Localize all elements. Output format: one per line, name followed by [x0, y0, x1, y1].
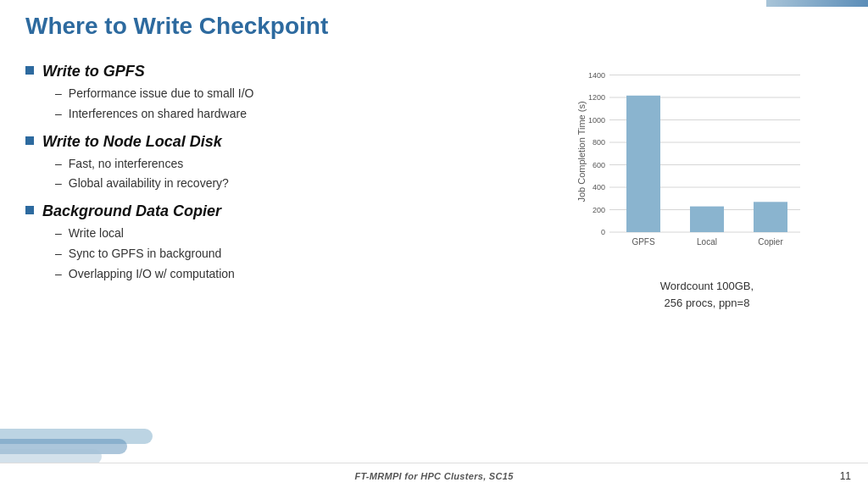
footer-text: FT-MRMPI for HPC Clusters, SC15 — [354, 471, 513, 481]
bullet-heading-text-gpfs: Write to GPFS — [42, 63, 145, 80]
bullet-square-icon-copier — [25, 206, 34, 214]
bullet-square-icon-local — [25, 136, 34, 145]
content-area: Write to GPFS Performance issue due to s… — [25, 58, 851, 311]
bullet-section-local: Write to Node Local Disk Fast, no interf… — [25, 133, 546, 195]
sub-bullets-gpfs: Performance issue due to small I/O Inter… — [55, 84, 546, 125]
chart-caption: Wordcount 100GB, 256 procs, ppn=8 — [571, 278, 843, 311]
sub-bullet-local-2: Global availability in recovery? — [55, 174, 546, 194]
bullet-square-icon — [25, 66, 34, 75]
main-content: Where to Write Checkpoint Write to GPFS … — [25, 13, 851, 458]
bar-gpfs — [626, 96, 660, 232]
bullet-section-copier: Background Data Copier Write local Sync … — [25, 202, 546, 284]
footer-page: 11 — [840, 470, 851, 482]
sub-bullet-gpfs-1: Performance issue due to small I/O — [55, 84, 546, 104]
page-title: Where to Write Checkpoint — [25, 13, 851, 43]
y-tick-200: 200 — [593, 206, 605, 214]
bullet-section-gpfs: Write to GPFS Performance issue due to s… — [25, 63, 546, 125]
bar-label-gpfs: GPFS — [632, 237, 655, 247]
sub-bullet-copier-2: Sync to GPFS in background — [55, 244, 546, 264]
bullet-heading-local: Write to Node Local Disk — [25, 133, 546, 151]
bar-local — [690, 207, 724, 232]
y-tick-1400: 1400 — [588, 71, 605, 80]
sub-bullet-local-1: Fast, no interferences — [55, 154, 546, 175]
bullet-heading-text-local: Write to Node Local Disk — [42, 133, 222, 151]
sub-bullet-gpfs-2: Interferences on shared hardware — [55, 104, 546, 125]
sub-bullets-copier: Write local Sync to GPFS in background O… — [55, 224, 546, 284]
y-tick-800: 800 — [593, 138, 605, 147]
sub-bullet-copier-1: Write local — [55, 224, 546, 244]
y-tick-400: 400 — [593, 183, 605, 191]
sub-bullet-copier-3: Overlapping I/O w/ computation — [55, 264, 546, 285]
bar-label-local: Local — [697, 237, 717, 247]
bar-label-copier: Copier — [758, 237, 783, 247]
y-tick-1200: 1200 — [588, 93, 605, 102]
right-column: Job Completion Time (s) 0 200 400 600 — [563, 58, 851, 311]
y-tick-600: 600 — [593, 161, 605, 169]
bullet-heading-copier: Background Data Copier — [25, 202, 546, 220]
y-tick-0: 0 — [601, 228, 605, 236]
top-bar-decoration — [766, 0, 868, 7]
sub-bullets-local: Fast, no interferences Global availabili… — [55, 154, 546, 195]
bullet-heading-gpfs: Write to GPFS — [25, 63, 546, 80]
footer: FT-MRMPI for HPC Clusters, SC15 11 — [0, 463, 868, 488]
bar-copier — [754, 202, 787, 232]
y-axis-label: Job Completion Time (s) — [576, 101, 587, 202]
left-column: Write to GPFS Performance issue due to s… — [25, 58, 546, 311]
chart-container: Job Completion Time (s) 0 200 400 600 — [571, 67, 843, 311]
bullet-heading-text-copier: Background Data Copier — [42, 202, 221, 220]
y-tick-1000: 1000 — [588, 116, 605, 125]
bar-chart: Job Completion Time (s) 0 200 400 600 — [571, 67, 826, 270]
